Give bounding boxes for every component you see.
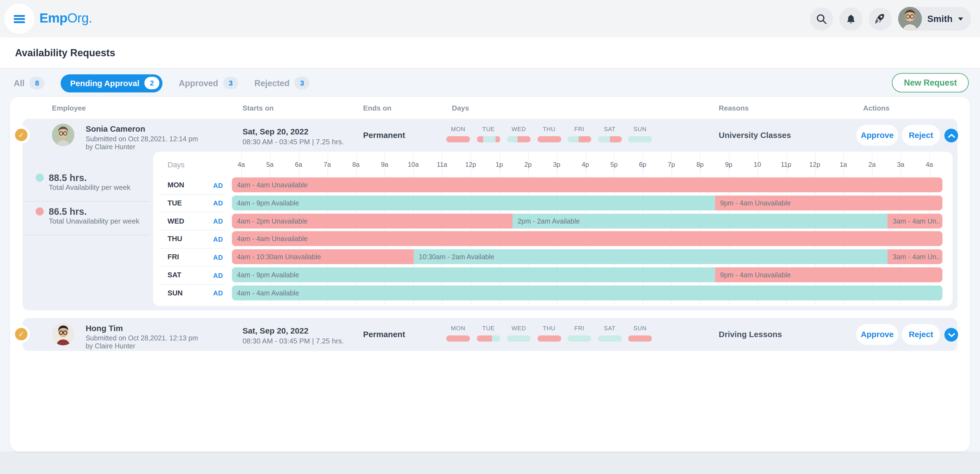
starts-on-time: 08:30 AM - 03:45 PM | 7.25 hrs. (242, 138, 344, 145)
submitted-on: Submitted on Oct 28,2021. 12:13 pm (86, 334, 198, 341)
ad-link[interactable]: AD (213, 217, 223, 225)
schedule-day-label: MON (167, 181, 184, 189)
day-chip-thu: THU (537, 325, 561, 341)
chip-available-segment (483, 136, 495, 143)
axis-tick-label: 11p (775, 160, 797, 168)
tab-pending-approval[interactable]: Pending Approval2 (60, 74, 162, 92)
hamburger-menu-button[interactable] (5, 4, 34, 34)
axis-tick-label: 3p (546, 160, 568, 168)
chip-unavailable-segment (446, 136, 470, 143)
submitted-on: Submitted on Oct 28,2021. 12:14 pm (86, 135, 198, 143)
ad-link[interactable]: AD (213, 289, 223, 297)
tab-approved[interactable]: Approved3 (179, 77, 238, 89)
avatar (52, 124, 75, 146)
schedule-bar-sat: 4am - 9pm Available9pm - 4am Unavailable (232, 267, 943, 282)
day-chip-bar (628, 336, 652, 342)
segment-label: 4am - 9pm Available (232, 267, 715, 282)
segment-label: 3am - 4am Un.. (888, 213, 942, 228)
tab-label: Rejected (255, 78, 290, 88)
employee-name: Hong Tim (86, 323, 123, 333)
segment-label: 9pm - 4am Unavailable (715, 267, 942, 282)
chip-available-segment (492, 336, 500, 342)
approve-button[interactable]: Approve (856, 324, 898, 345)
unavailable-segment: 9pm - 4am Unavailable (715, 267, 942, 282)
tab-all[interactable]: All8 (14, 77, 45, 89)
row-separator (159, 230, 226, 230)
topbar-actions: Smith (810, 7, 971, 31)
reject-button[interactable]: Reject (902, 125, 940, 145)
expand-row-button[interactable] (944, 328, 958, 341)
day-chip-bar (567, 336, 591, 342)
chip-unavailable-segment (446, 336, 470, 342)
schedule-bar-thu: 4am - 4am Unavailable (232, 231, 943, 246)
day-chip-bar (477, 136, 500, 143)
row-selected-check[interactable]: ✓ (15, 328, 28, 341)
schedule-days-header: Days (167, 160, 185, 169)
search-icon (816, 13, 827, 24)
page-header: Availability Requests SHOW All Employees… (0, 38, 980, 69)
availability-label: Total Availability per week (49, 184, 130, 191)
col-header-days: Days (452, 104, 469, 112)
tab-count-badge: 3 (294, 77, 310, 89)
approve-button[interactable]: Approve (856, 125, 898, 145)
ad-link[interactable]: AD (213, 235, 223, 243)
top-bar: EmpOrg. (0, 0, 980, 38)
col-header-actions: Actions (863, 104, 889, 112)
chip-available-segment (507, 336, 531, 342)
available-segment: 10:30am - 2am Available (414, 249, 888, 265)
new-request-button[interactable]: New Request (892, 73, 969, 92)
chip-unavailable-segment (628, 336, 652, 342)
segment-label: 2pm - 2am Available (512, 213, 888, 228)
avatar (52, 323, 75, 346)
day-chip-label: THU (543, 325, 555, 333)
ad-link[interactable]: AD (213, 271, 223, 279)
axis-tick-label: 9p (717, 160, 740, 168)
user-menu[interactable]: Smith (898, 7, 971, 31)
starts-on-date: Sat, Sep 20, 2022 (242, 127, 308, 136)
availability-value: 88.5 hrs. (49, 172, 87, 183)
row-select-wrap: ✓ (13, 126, 30, 144)
segment-label: 4am - 4am Available (232, 285, 943, 300)
unavailable-segment: 4am - 2pm Unavailable (232, 213, 513, 228)
day-chip-bar (628, 136, 652, 143)
chip-unavailable-segment (477, 136, 483, 143)
day-chip-label: THU (543, 126, 555, 134)
day-chip-bar (598, 336, 622, 342)
ad-link[interactable]: AD (213, 200, 223, 207)
chip-unavailable-segment (537, 136, 561, 143)
whats-new-button[interactable] (869, 7, 892, 30)
ad-link[interactable]: AD (213, 181, 223, 189)
day-chip-thu: THU (537, 126, 561, 143)
axis-tick-label: 11a (431, 160, 453, 168)
col-header-employee: Employee (52, 104, 86, 112)
row-selected-check[interactable]: ✓ (15, 128, 28, 141)
day-chip-mon: MON (446, 126, 470, 143)
day-chip-label: WED (511, 126, 526, 134)
search-button[interactable] (810, 7, 833, 30)
schedule-day-label: SAT (167, 271, 181, 278)
app-logo[interactable]: EmpOrg. (39, 11, 92, 26)
day-chip-bar (477, 336, 500, 342)
available-segment: 4am - 9pm Available (232, 195, 715, 211)
reject-button[interactable]: Reject (902, 324, 940, 345)
starts-on-date: Sat, Sep 20, 2022 (242, 326, 308, 335)
ad-link[interactable]: AD (213, 254, 223, 261)
available-segment: 4am - 9pm Available (232, 267, 715, 282)
tab-rejected[interactable]: Rejected3 (255, 77, 310, 89)
chip-available-segment (567, 336, 591, 342)
axis-tick-label: 8p (689, 160, 711, 168)
notifications-button[interactable] (839, 7, 862, 30)
day-chip-sun: SUN (628, 126, 652, 143)
tab-count-badge: 2 (145, 77, 159, 89)
starts-on-time: 08:30 AM - 03:45 PM | 7.25 hrs. (242, 337, 344, 344)
day-chip-label: SUN (633, 325, 647, 333)
day-chip-bar (446, 136, 470, 143)
schedule-day-label: TUE (167, 199, 182, 206)
logo-light: Org. (67, 11, 92, 25)
row-separator (159, 248, 226, 249)
collapse-row-button[interactable] (944, 128, 958, 143)
row-separator (159, 266, 226, 266)
day-chip-label: TUE (482, 325, 495, 333)
segment-label: 9pm - 4am Unavailable (715, 195, 942, 211)
tab-label: All (14, 78, 24, 88)
